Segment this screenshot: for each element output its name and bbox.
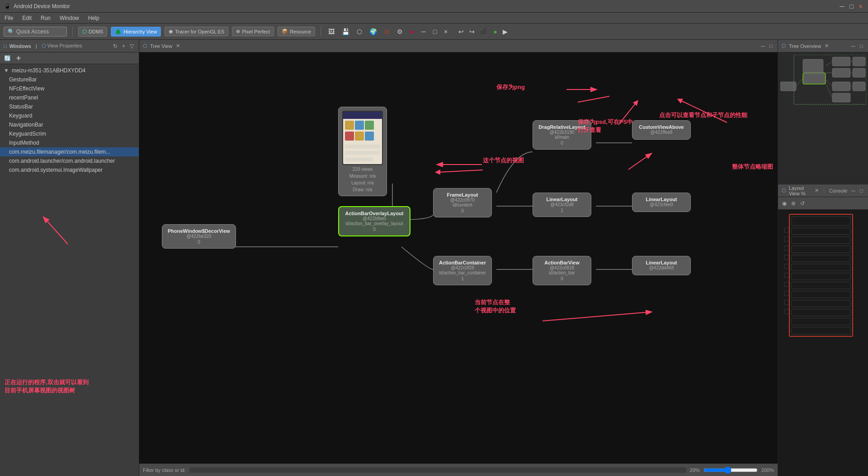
node-frame-id: id/content (439, 203, 486, 207)
quick-access-search[interactable]: 🔍 Quick Access (4, 27, 67, 37)
node-drag-id: id/main (538, 135, 585, 140)
node-phonewindow[interactable]: PhoneWindow$DecorView @422be320 0 (162, 224, 236, 249)
node-ll3-addr: @422dd468 (638, 265, 685, 270)
toolbar-icon-6[interactable]: ⚙ (395, 27, 405, 36)
toolbar-icon-max[interactable]: □ (431, 27, 439, 36)
list-item-nfceffect[interactable]: NFcEffectView (0, 84, 139, 93)
tv-minimize-btn[interactable]: ─ (760, 42, 766, 50)
phone-preview-node[interactable]: 220 views Measure: n/a Layout: n/a Draw:… (338, 107, 387, 196)
list-item-navbar[interactable]: NavigationBar (0, 120, 139, 129)
windows-panel-title: Windows (9, 43, 31, 49)
add-btn[interactable]: + (121, 42, 127, 50)
toolbar-icon-7[interactable]: ● (408, 27, 415, 36)
menu-run[interactable]: Run (39, 14, 52, 22)
maximize-btn[interactable]: □ (848, 2, 855, 11)
tree-overview-canvas[interactable]: 整体节点略缩图 (778, 52, 868, 184)
add-node-btn[interactable]: ✚ (15, 55, 22, 62)
node-linearlayout-1[interactable]: LinearLayout @423cf2d8 1 (533, 193, 591, 217)
console-tab[interactable]: Console (829, 188, 847, 193)
pixel-perfect-btn[interactable]: ⊕ Pixel Perfect (232, 27, 274, 36)
refresh-btn[interactable]: ↻ (112, 42, 119, 50)
toolbar-icon-1[interactable]: 🖼 (326, 27, 336, 36)
main-content: □ Windows | ⬡ View Properties ↻ + ▽ 🔄 ✚ … (0, 40, 868, 476)
list-item-wallpaper[interactable]: com.android.systemui.ImageWallpaper (0, 165, 139, 174)
tree-overview-section: ⬡ Tree Overview ✕ ─ □ (778, 40, 868, 184)
svg-rect-15 (832, 68, 850, 77)
left-panel: □ Windows | ⬡ View Properties ↻ + ▽ 🔄 ✚ … (0, 40, 139, 476)
toolbar-separator-2 (321, 27, 321, 37)
toolbar-extra-4[interactable]: ● (491, 27, 499, 36)
ddms-icon: ⬡ (82, 28, 87, 35)
tree-canvas[interactable]: 220 views Measure: n/a Layout: n/a Draw:… (139, 52, 778, 463)
resource-icon: 📦 (282, 28, 288, 34)
list-item-gesturebar[interactable]: GestureBar (0, 75, 139, 84)
collapse-btn[interactable]: ▽ (128, 42, 135, 50)
toolbar-extra-1[interactable]: ↩ (457, 27, 466, 36)
ddms-btn[interactable]: ⬡ DDMS (78, 27, 107, 37)
menu-window[interactable]: Window (58, 14, 81, 22)
list-item-label: GestureBar (9, 76, 37, 83)
resource-btn[interactable]: 📦 Resource (278, 27, 315, 36)
lv-tool-2[interactable]: ⊕ (790, 200, 797, 207)
to-max-btn[interactable]: □ (859, 42, 864, 50)
layout-view-title: Layout View % (789, 185, 811, 196)
tracer-opengl-btn[interactable]: ◉ Tracer for OpenGL ES (165, 27, 228, 36)
list-item-filemanager[interactable]: com.meizu.filemanager/com.meizu.filem... (0, 147, 139, 156)
svg-line-22 (826, 61, 832, 66)
svg-rect-17 (853, 68, 865, 77)
svg-line-3 (438, 170, 483, 172)
toolbar-icon-minimize[interactable]: ─ (420, 27, 428, 36)
list-item-recentpanel[interactable]: recentPanel (0, 93, 139, 102)
node-actionbar-view[interactable]: ActionBarView @422c6818 id/action_bar 0 (533, 256, 591, 285)
zoom-slider[interactable] (703, 467, 758, 474)
toolbar-extra-3[interactable]: ⬛ (478, 27, 490, 36)
list-item-keyguard[interactable]: Keyguard (0, 111, 139, 120)
list-item-label: meizu-m351-351ABHDXYDD4 (12, 67, 85, 74)
node-linearlayout-3[interactable]: LinearLayout @422dd468 (632, 256, 691, 275)
menu-file[interactable]: File (3, 14, 15, 22)
toolbar-icon-3[interactable]: ⬡ (355, 27, 364, 36)
list-item-root[interactable]: ▼ meizu-m351-351ABHDXYDD4 (0, 66, 139, 75)
search-icon: 🔍 (8, 28, 14, 35)
filter-input[interactable] (189, 467, 686, 473)
toolbar-icon-4[interactable]: 🌍 (368, 27, 379, 36)
toolbar-extra-2[interactable]: ↪ (467, 27, 476, 36)
minimize-btn[interactable]: ─ (838, 2, 846, 11)
view-properties-tab[interactable]: ⬡ View Properties (42, 43, 82, 49)
lv-max-btn[interactable]: □ (859, 187, 864, 194)
tree-overview-header: ⬡ Tree Overview ✕ ─ □ (778, 40, 868, 52)
lv-tool-3[interactable]: ↺ (799, 200, 806, 207)
node-framelayout[interactable]: FrameLayout @422c0970 id/content 0 (433, 188, 492, 217)
svg-rect-31 (792, 217, 850, 226)
list-item-inputmethod[interactable]: InputMethod (0, 138, 139, 147)
node-actionbar-container[interactable]: ActionBarContainer @422c0f28 id/action_b… (433, 256, 492, 285)
layout-view-canvas[interactable] (778, 210, 868, 476)
menu-edit[interactable]: Edit (20, 14, 33, 22)
close-btn[interactable]: × (857, 2, 864, 11)
list-item-launcher[interactable]: com.android.launcher/com.android.launche… (0, 156, 139, 165)
tv-maximize-btn[interactable]: □ (768, 42, 774, 50)
node-customview[interactable]: CustomViewAbove @421ffea8 (632, 120, 691, 140)
lv-tool-1[interactable]: ◉ (781, 200, 788, 207)
svg-rect-14 (832, 57, 850, 66)
reload-icon-btn[interactable]: 🔄 (3, 55, 12, 62)
list-item-statusbar[interactable]: StatusBar (0, 102, 139, 111)
layout-view-svg (783, 212, 868, 348)
toolbar-icon-close[interactable]: × (442, 27, 449, 36)
to-min-btn[interactable]: ─ (850, 42, 857, 50)
toolbar-icon-2[interactable]: 💾 (340, 27, 351, 36)
quick-access-label: Quick Access (16, 28, 49, 35)
menu-help[interactable]: Help (86, 14, 101, 22)
hierarchy-view-btn[interactable]: 🌲 Hierarchy View (111, 27, 161, 37)
lv-min-btn[interactable]: ─ (850, 187, 857, 194)
node-actionbar-overlay[interactable]: ActionBarOverlayLayout @422bfbe0 id/acti… (338, 206, 410, 236)
toolbar-extra-5[interactable]: ▶ (501, 27, 509, 36)
node-cv-title: CustomViewAbove (638, 124, 685, 130)
node-dragrelative[interactable]: DragRelativeLayout @422b3190 id/main 0 (533, 120, 591, 150)
node-linearlayout-2[interactable]: LinearLayout @423cfee0 (632, 193, 691, 212)
svg-rect-44 (784, 228, 789, 232)
list-item-keyguardscrim[interactable]: KeyguardScrim (0, 129, 139, 138)
phone-views-count: 220 views (342, 167, 383, 172)
tree-view-icon: ⬡ (143, 43, 147, 49)
toolbar-icon-5[interactable]: ⊘ (382, 27, 392, 36)
